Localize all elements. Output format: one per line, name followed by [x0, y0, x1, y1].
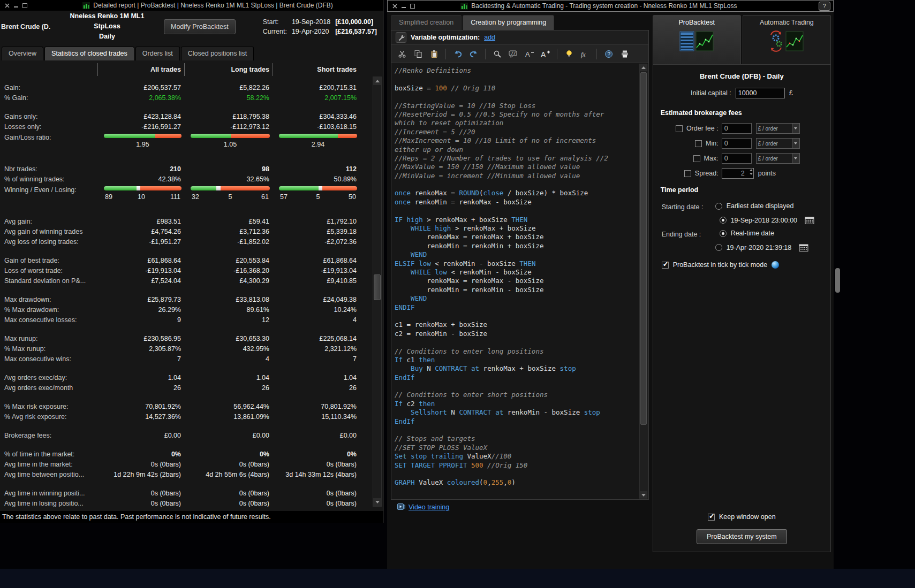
stat-value: -£16,368.20 [184, 267, 273, 274]
maximize-icon[interactable] [410, 4, 415, 9]
min-fee-unit-select[interactable]: £ / order [756, 138, 800, 149]
table-row: Losses only:-£216,591.27-£112,973.12-£10… [1, 121, 383, 132]
order-fee-input[interactable] [722, 123, 752, 134]
paste-icon[interactable] [427, 47, 441, 61]
calendar-icon[interactable] [805, 216, 814, 224]
scrollbar-thumb[interactable] [374, 274, 381, 300]
realtime-date-radio[interactable] [720, 230, 727, 237]
scroll-down-icon[interactable] [373, 498, 381, 506]
search-icon[interactable] [490, 47, 504, 61]
stat-value: £7,524.04 [97, 277, 184, 285]
realtime-option-label: Real-time date [731, 230, 774, 237]
print-icon[interactable] [617, 47, 632, 61]
stat-label: Brokerage fees: [1, 432, 97, 439]
close-icon[interactable] [5, 3, 10, 8]
minimize-icon[interactable] [402, 4, 406, 8]
calendar-icon[interactable] [799, 243, 808, 251]
scroll-up-icon[interactable] [640, 64, 647, 71]
disclaimer-text: The statistics above relate to past data… [2, 513, 271, 521]
tab-closed-positions-list[interactable]: Closed positions list [181, 47, 254, 60]
earliest-date-radio[interactable] [715, 203, 722, 210]
video-training-link[interactable]: Video training [409, 503, 449, 511]
spread-input[interactable] [722, 168, 754, 179]
chevron-down-icon [792, 154, 799, 163]
code-line [395, 470, 637, 478]
max-fee-unit-select[interactable]: £ / order [756, 153, 800, 164]
order-fee-checkbox[interactable] [676, 125, 683, 132]
stat-label: Winning / Even / Losing: [1, 185, 97, 194]
help-icon[interactable]: ? [819, 2, 830, 11]
redo-icon[interactable] [466, 47, 481, 61]
stat-label: Avg time in even positions: [1, 510, 97, 511]
tick-mode-checkbox[interactable] [662, 262, 669, 269]
font-increase-icon[interactable]: A [538, 47, 553, 61]
row-spacer [1, 155, 383, 164]
max-fee-input[interactable] [722, 153, 752, 164]
font-decrease-icon[interactable]: A [522, 47, 536, 61]
minimize-icon[interactable] [14, 3, 18, 7]
keep-window-row: Keep window open [653, 513, 830, 521]
min-fee-checkbox[interactable] [695, 140, 702, 147]
window-title: Detailed report | ProBacktest | Nneless … [93, 2, 333, 9]
tab-probacktest[interactable]: ProBacktest [653, 15, 741, 64]
spread-stepper[interactable] [750, 169, 753, 175]
stat-value: -£112,973.12 [184, 123, 273, 131]
add-variable-link[interactable]: add [484, 34, 495, 41]
cut-icon[interactable] [395, 47, 409, 61]
probacktest-run-button[interactable]: ProBacktest my system [697, 529, 787, 544]
mode-tabs: ProBacktest Automatic Trading [653, 15, 831, 64]
lightbulb-icon[interactable] [562, 47, 576, 61]
modify-probacktest-button[interactable]: Modify ProBacktest [164, 19, 236, 34]
scroll-down-icon[interactable] [640, 491, 647, 499]
code-editor[interactable]: //Renko DefinitionsboxSize = 100 // Orig… [391, 63, 648, 499]
close-icon[interactable] [392, 4, 397, 9]
table-scrollbar[interactable] [373, 77, 382, 507]
stat-value: 0s (0bars) [184, 461, 273, 468]
editor-help-icon[interactable]: ? [601, 47, 616, 61]
functions-icon[interactable]: fx [578, 47, 592, 61]
tab-statistics-closed-trades[interactable]: Statistics of closed trades [44, 47, 134, 60]
scroll-up-icon[interactable] [373, 77, 381, 85]
min-fee-input[interactable] [722, 138, 752, 149]
stat-value: £1,792.10 [273, 218, 360, 225]
stat-label: Avg orders exec/day: [1, 374, 97, 381]
end-datetime-radio[interactable] [715, 244, 722, 251]
desktop-scrollbar-thumb[interactable] [835, 268, 840, 293]
max-fee-checkbox[interactable] [693, 155, 700, 162]
report-tabs: Overview Statistics of closed trades Ord… [0, 47, 383, 60]
stat-value: 98 [184, 165, 273, 173]
initial-capital-input[interactable] [736, 88, 785, 98]
tab-automatic-trading[interactable]: Automatic Trading [743, 15, 831, 64]
code-line: //SET STOP PLOSS ValueX [395, 444, 637, 452]
stat-value: 0s (0bars) [97, 500, 184, 507]
comment-icon[interactable]: // [506, 47, 520, 61]
tab-overview[interactable]: Overview [2, 47, 43, 60]
start-datetime-radio[interactable] [720, 217, 727, 224]
code-line: ENDIF [395, 303, 637, 312]
editor-scrollbar[interactable] [639, 64, 648, 499]
code-line: c2 = renkoMin - boxSize [395, 330, 637, 338]
stat-value: 0s (0bars) [273, 500, 360, 507]
ending-date-row: Ending date : Real-time date 19-Apr-2020… [653, 225, 830, 253]
maximize-icon[interactable] [22, 3, 27, 8]
win-even-lose-counts: 8910111 [104, 193, 182, 201]
undo-icon[interactable] [450, 47, 465, 61]
wrench-icon[interactable] [396, 32, 406, 43]
order-fee-unit-select[interactable]: £ / order [756, 123, 800, 134]
spread-checkbox[interactable] [684, 170, 691, 177]
stat-value: 2,321.12% [273, 345, 360, 353]
copy-icon[interactable] [411, 47, 425, 61]
stat-value: £423,128.84 [97, 113, 184, 120]
tab-orders-list[interactable]: Orders list [135, 47, 180, 60]
tab-simplified-creation[interactable]: Simplified creation [391, 15, 462, 30]
scrollbar-thumb[interactable] [640, 72, 647, 425]
keep-window-checkbox[interactable] [708, 514, 715, 521]
stat-value: £20,553.84 [184, 257, 273, 264]
order-fee-unit-label: £ / order [757, 126, 792, 132]
winning-even-losing-bar: 57550 [273, 185, 360, 201]
variable-optimization-label: Variable optimization: [411, 34, 480, 41]
tab-creation-by-programming[interactable]: Creation by programming [463, 15, 554, 30]
left-titlebar[interactable]: Detailed report | ProBacktest | Nneless … [0, 0, 383, 11]
stat-label: Avg gain of winning trades [1, 228, 97, 235]
right-titlebar[interactable]: Backtesting & Automatic Trading - Tradin… [387, 0, 834, 12]
